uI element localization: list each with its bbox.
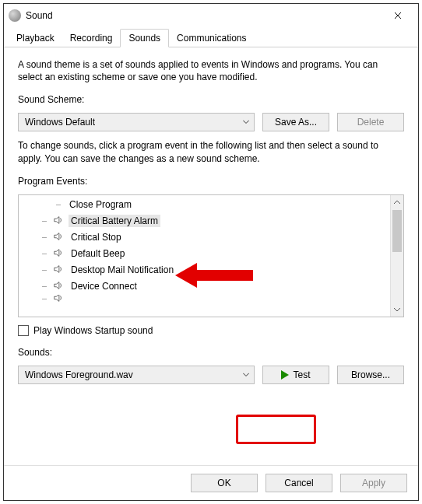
delete-button[interactable]: Delete — [337, 113, 404, 131]
event-item[interactable]: Critical Battery Alarm — [22, 213, 390, 229]
event-item[interactable]: Desktop Mail Notification — [22, 262, 390, 278]
sounds-panel: A sound theme is a set of sounds applied… — [4, 47, 418, 465]
sounds-value: Windows Foreground.wav — [25, 369, 133, 380]
tab-playback[interactable]: Playback — [9, 30, 62, 47]
speaker-icon — [53, 247, 64, 261]
ok-button[interactable]: OK — [191, 474, 258, 492]
change-hint: To change sounds, click a program event … — [18, 139, 404, 164]
tree-branch-icon — [42, 213, 48, 229]
theme-description: A sound theme is a set of sounds applied… — [18, 58, 404, 83]
chevron-down-icon — [243, 121, 249, 124]
tab-recording[interactable]: Recording — [62, 30, 121, 47]
test-button[interactable]: Test — [262, 366, 329, 384]
startup-sound-label: Play Windows Startup sound — [33, 325, 153, 336]
speaker-icon — [53, 215, 64, 228]
window-title: Sound — [26, 10, 382, 21]
speaker-icon — [53, 264, 64, 277]
tree-branch-icon — [42, 229, 48, 246]
sounds-label: Sounds: — [18, 347, 404, 358]
speaker-icon — [53, 295, 64, 304]
scroll-up-button[interactable] — [391, 195, 403, 208]
event-item-label: Device Connect — [69, 280, 139, 292]
event-item-label: Close Program — [67, 198, 134, 211]
event-item[interactable]: Close Program — [22, 197, 390, 213]
save-as-button[interactable]: Save As... — [262, 113, 329, 131]
scroll-track[interactable] — [391, 208, 403, 303]
cancel-button[interactable]: Cancel — [266, 474, 332, 492]
event-item[interactable]: Device Connect — [22, 278, 390, 295]
titlebar: Sound — [4, 4, 418, 27]
sound-dialog: Sound Playback Recording Sounds Communic… — [4, 4, 418, 500]
tree-branch-icon — [42, 278, 48, 295]
scroll-down-button[interactable] — [391, 303, 403, 317]
scroll-thumb[interactable] — [392, 210, 402, 252]
sound-app-icon — [9, 9, 21, 22]
tab-sounds[interactable]: Sounds — [120, 29, 169, 47]
dialog-buttons: OK Cancel Apply — [4, 465, 418, 500]
close-icon — [394, 12, 402, 19]
tree-branch-icon — [42, 262, 48, 278]
program-events-label: Program Events: — [18, 176, 404, 187]
tabstrip: Playback Recording Sounds Communications — [4, 27, 418, 47]
program-events-list[interactable]: Close ProgramCritical Battery AlarmCriti… — [18, 194, 404, 317]
play-icon — [281, 370, 289, 380]
scheme-label: Sound Scheme: — [18, 94, 404, 105]
sound-scheme-dropdown[interactable]: Windows Default — [18, 113, 255, 131]
event-item[interactable]: Default Beep — [22, 246, 390, 262]
browse-button[interactable]: Browse... — [337, 366, 404, 384]
speaker-icon — [53, 231, 64, 244]
chevron-down-icon — [243, 373, 249, 376]
event-item-label: Critical Battery Alarm — [69, 215, 160, 227]
tab-communications[interactable]: Communications — [169, 30, 254, 47]
speaker-icon — [53, 280, 64, 293]
event-item-label: Critical Stop — [69, 231, 124, 243]
apply-button[interactable]: Apply — [340, 474, 407, 492]
event-item[interactable] — [22, 295, 390, 304]
test-button-label: Test — [293, 369, 310, 380]
startup-sound-checkbox[interactable] — [18, 325, 29, 336]
sounds-dropdown[interactable]: Windows Foreground.wav — [18, 366, 255, 384]
event-item-label: Default Beep — [69, 247, 127, 260]
scrollbar[interactable] — [390, 195, 403, 317]
sound-scheme-value: Windows Default — [25, 117, 95, 128]
event-item[interactable]: Critical Stop — [22, 229, 390, 246]
tree-branch-icon — [56, 197, 62, 213]
tree-branch-icon — [42, 246, 48, 262]
tree-branch-icon — [42, 295, 48, 304]
event-item-label: Desktop Mail Notification — [69, 264, 176, 276]
close-button[interactable] — [382, 5, 413, 26]
